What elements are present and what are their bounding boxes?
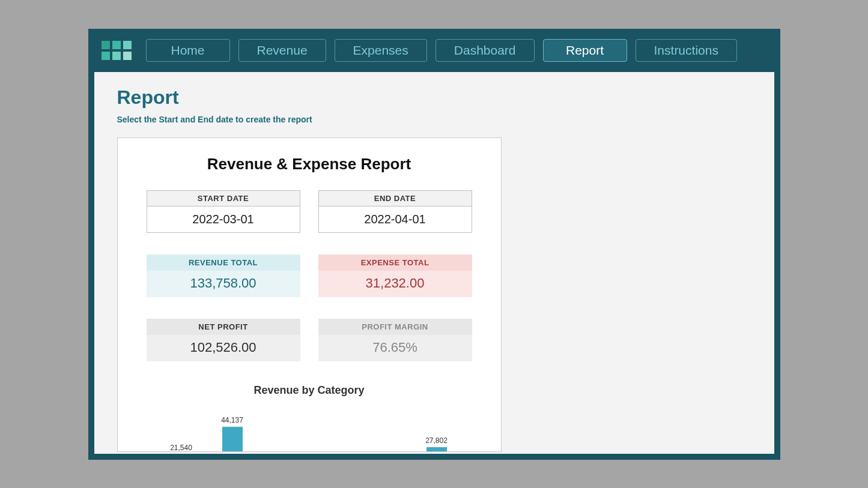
profit-row: NET PROFIT 102,526.00 PROFIT MARGIN 76.6… (147, 319, 472, 361)
expense-total-label: EXPENSE TOTAL (318, 255, 472, 271)
expense-total-value: 31,232.00 (318, 271, 472, 297)
expense-total-box: EXPENSE TOTAL 31,232.00 (318, 255, 472, 297)
start-date-value[interactable]: 2022-03-01 (147, 206, 300, 232)
date-row: START DATE 2022-03-01 END DATE 2022-04-0… (147, 190, 472, 233)
chart-bar-2-label: 44,137 (221, 416, 243, 424)
revenue-total-label: REVENUE TOTAL (147, 255, 300, 271)
start-date-label: START DATE (147, 191, 300, 206)
profit-margin-label: PROFIT MARGIN (318, 319, 472, 335)
net-profit-value: 102,526.00 (147, 335, 300, 361)
report-title: Revenue & Expense Report (147, 155, 472, 173)
totals-row: REVENUE TOTAL 133,758.00 EXPENSE TOTAL 3… (147, 255, 472, 297)
revenue-by-category-chart: 21,540 44,137 27,802 (147, 408, 472, 452)
chart-bar-1: 21,540 (171, 444, 192, 452)
nav-home[interactable]: Home (146, 39, 230, 62)
start-date-box: START DATE 2022-03-01 (147, 190, 300, 233)
nav-report[interactable]: Report (543, 39, 627, 62)
revenue-total-box: REVENUE TOTAL 133,758.00 (147, 255, 300, 297)
nav-dashboard[interactable]: Dashboard (436, 39, 535, 62)
nav-expenses[interactable]: Expenses (335, 39, 427, 62)
report-card: Revenue & Expense Report START DATE 2022… (117, 137, 502, 452)
end-date-box: END DATE 2022-04-01 (318, 190, 472, 233)
chart-bar-2-rect (222, 427, 243, 452)
page-title: Report (117, 86, 751, 109)
app-logo-icon (102, 41, 132, 60)
nav-instructions[interactable]: Instructions (636, 39, 737, 62)
end-date-value[interactable]: 2022-04-01 (319, 206, 472, 232)
net-profit-label: NET PROFIT (147, 319, 300, 335)
profit-margin-value: 76.65% (318, 335, 472, 361)
revenue-total-value: 133,758.00 (147, 271, 300, 297)
nav-revenue[interactable]: Revenue (238, 39, 326, 62)
end-date-label: END DATE (319, 191, 472, 206)
chart-bar-3-label: 27,802 (425, 436, 448, 445)
net-profit-box: NET PROFIT 102,526.00 (147, 319, 300, 361)
chart-bar-3: 27,802 (426, 436, 448, 452)
profit-margin-box: PROFIT MARGIN 76.65% (318, 319, 472, 361)
nav-bar: Home Revenue Expenses Dashboard Report I… (88, 29, 780, 72)
page-subtitle: Select the Start and End date to create … (117, 115, 751, 124)
content-area: Report Select the Start and End date to … (94, 72, 774, 454)
chart-title: Revenue by Category (147, 384, 472, 397)
chart-bar-3-rect (426, 447, 447, 452)
app-window: Home Revenue Expenses Dashboard Report I… (88, 29, 780, 460)
chart-bar-2: 44,137 (222, 416, 243, 452)
chart-bar-1-label: 21,540 (170, 444, 192, 452)
